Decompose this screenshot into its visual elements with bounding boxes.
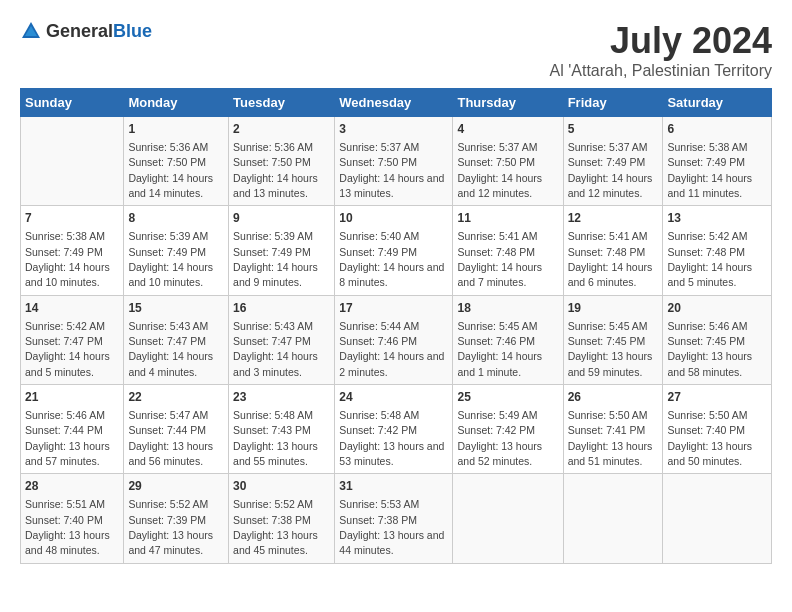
cell-info: Sunrise: 5:36 AMSunset: 7:50 PMDaylight:… [233, 141, 318, 199]
calendar-cell [21, 117, 124, 206]
cell-info: Sunrise: 5:36 AMSunset: 7:50 PMDaylight:… [128, 141, 213, 199]
date-number: 31 [339, 478, 448, 495]
date-number: 19 [568, 300, 659, 317]
logo: GeneralBlue [20, 20, 152, 42]
title-area: July 2024 Al 'Attarah, Palestinian Terri… [550, 20, 772, 80]
calendar-cell: 5Sunrise: 5:37 AMSunset: 7:49 PMDaylight… [563, 117, 663, 206]
cell-info: Sunrise: 5:46 AMSunset: 7:44 PMDaylight:… [25, 409, 110, 467]
logo-blue: Blue [113, 21, 152, 41]
calendar-cell: 9Sunrise: 5:39 AMSunset: 7:49 PMDaylight… [229, 206, 335, 295]
calendar-cell [563, 474, 663, 563]
cell-info: Sunrise: 5:42 AMSunset: 7:48 PMDaylight:… [667, 230, 752, 288]
header-day: Wednesday [335, 89, 453, 117]
calendar-cell: 29Sunrise: 5:52 AMSunset: 7:39 PMDayligh… [124, 474, 229, 563]
cell-info: Sunrise: 5:46 AMSunset: 7:45 PMDaylight:… [667, 320, 752, 378]
cell-info: Sunrise: 5:41 AMSunset: 7:48 PMDaylight:… [457, 230, 542, 288]
date-number: 25 [457, 389, 558, 406]
date-number: 1 [128, 121, 224, 138]
calendar-cell: 6Sunrise: 5:38 AMSunset: 7:49 PMDaylight… [663, 117, 772, 206]
cell-info: Sunrise: 5:51 AMSunset: 7:40 PMDaylight:… [25, 498, 110, 556]
date-number: 29 [128, 478, 224, 495]
calendar-cell: 2Sunrise: 5:36 AMSunset: 7:50 PMDaylight… [229, 117, 335, 206]
cell-info: Sunrise: 5:41 AMSunset: 7:48 PMDaylight:… [568, 230, 653, 288]
date-number: 22 [128, 389, 224, 406]
header-day: Saturday [663, 89, 772, 117]
calendar-cell: 3Sunrise: 5:37 AMSunset: 7:50 PMDaylight… [335, 117, 453, 206]
date-number: 12 [568, 210, 659, 227]
calendar-cell: 14Sunrise: 5:42 AMSunset: 7:47 PMDayligh… [21, 295, 124, 384]
calendar-cell: 1Sunrise: 5:36 AMSunset: 7:50 PMDaylight… [124, 117, 229, 206]
header-day: Monday [124, 89, 229, 117]
calendar-week-row: 7Sunrise: 5:38 AMSunset: 7:49 PMDaylight… [21, 206, 772, 295]
cell-info: Sunrise: 5:50 AMSunset: 7:40 PMDaylight:… [667, 409, 752, 467]
date-number: 7 [25, 210, 119, 227]
calendar-table: SundayMondayTuesdayWednesdayThursdayFrid… [20, 88, 772, 564]
cell-info: Sunrise: 5:37 AMSunset: 7:50 PMDaylight:… [457, 141, 542, 199]
date-number: 6 [667, 121, 767, 138]
calendar-cell: 18Sunrise: 5:45 AMSunset: 7:46 PMDayligh… [453, 295, 563, 384]
calendar-week-row: 1Sunrise: 5:36 AMSunset: 7:50 PMDaylight… [21, 117, 772, 206]
logo-general: General [46, 21, 113, 41]
date-number: 23 [233, 389, 330, 406]
cell-info: Sunrise: 5:52 AMSunset: 7:39 PMDaylight:… [128, 498, 213, 556]
calendar-cell: 20Sunrise: 5:46 AMSunset: 7:45 PMDayligh… [663, 295, 772, 384]
date-number: 11 [457, 210, 558, 227]
general-blue-icon [20, 20, 42, 42]
date-number: 27 [667, 389, 767, 406]
date-number: 16 [233, 300, 330, 317]
date-number: 14 [25, 300, 119, 317]
cell-info: Sunrise: 5:47 AMSunset: 7:44 PMDaylight:… [128, 409, 213, 467]
date-number: 3 [339, 121, 448, 138]
header-row: SundayMondayTuesdayWednesdayThursdayFrid… [21, 89, 772, 117]
calendar-week-row: 28Sunrise: 5:51 AMSunset: 7:40 PMDayligh… [21, 474, 772, 563]
date-number: 5 [568, 121, 659, 138]
header-day: Thursday [453, 89, 563, 117]
calendar-cell [453, 474, 563, 563]
calendar-cell: 31Sunrise: 5:53 AMSunset: 7:38 PMDayligh… [335, 474, 453, 563]
date-number: 28 [25, 478, 119, 495]
header-day: Sunday [21, 89, 124, 117]
cell-info: Sunrise: 5:39 AMSunset: 7:49 PMDaylight:… [233, 230, 318, 288]
cell-info: Sunrise: 5:38 AMSunset: 7:49 PMDaylight:… [25, 230, 110, 288]
calendar-cell: 22Sunrise: 5:47 AMSunset: 7:44 PMDayligh… [124, 385, 229, 474]
calendar-cell: 26Sunrise: 5:50 AMSunset: 7:41 PMDayligh… [563, 385, 663, 474]
calendar-cell: 27Sunrise: 5:50 AMSunset: 7:40 PMDayligh… [663, 385, 772, 474]
date-number: 18 [457, 300, 558, 317]
date-number: 21 [25, 389, 119, 406]
header-day: Tuesday [229, 89, 335, 117]
date-number: 30 [233, 478, 330, 495]
date-number: 2 [233, 121, 330, 138]
calendar-cell: 10Sunrise: 5:40 AMSunset: 7:49 PMDayligh… [335, 206, 453, 295]
calendar-cell: 13Sunrise: 5:42 AMSunset: 7:48 PMDayligh… [663, 206, 772, 295]
calendar-cell: 16Sunrise: 5:43 AMSunset: 7:47 PMDayligh… [229, 295, 335, 384]
cell-info: Sunrise: 5:52 AMSunset: 7:38 PMDaylight:… [233, 498, 318, 556]
date-number: 13 [667, 210, 767, 227]
calendar-cell [663, 474, 772, 563]
cell-info: Sunrise: 5:38 AMSunset: 7:49 PMDaylight:… [667, 141, 752, 199]
calendar-cell: 12Sunrise: 5:41 AMSunset: 7:48 PMDayligh… [563, 206, 663, 295]
cell-info: Sunrise: 5:44 AMSunset: 7:46 PMDaylight:… [339, 320, 444, 378]
calendar-cell: 23Sunrise: 5:48 AMSunset: 7:43 PMDayligh… [229, 385, 335, 474]
calendar-cell: 15Sunrise: 5:43 AMSunset: 7:47 PMDayligh… [124, 295, 229, 384]
calendar-cell: 28Sunrise: 5:51 AMSunset: 7:40 PMDayligh… [21, 474, 124, 563]
cell-info: Sunrise: 5:45 AMSunset: 7:45 PMDaylight:… [568, 320, 653, 378]
logo-text: GeneralBlue [46, 21, 152, 42]
header: GeneralBlue July 2024 Al 'Attarah, Pales… [20, 20, 772, 80]
date-number: 9 [233, 210, 330, 227]
header-day: Friday [563, 89, 663, 117]
calendar-cell: 21Sunrise: 5:46 AMSunset: 7:44 PMDayligh… [21, 385, 124, 474]
date-number: 24 [339, 389, 448, 406]
calendar-cell: 4Sunrise: 5:37 AMSunset: 7:50 PMDaylight… [453, 117, 563, 206]
cell-info: Sunrise: 5:37 AMSunset: 7:49 PMDaylight:… [568, 141, 653, 199]
logo-content: GeneralBlue [20, 20, 152, 42]
cell-info: Sunrise: 5:37 AMSunset: 7:50 PMDaylight:… [339, 141, 444, 199]
date-number: 26 [568, 389, 659, 406]
calendar-cell: 30Sunrise: 5:52 AMSunset: 7:38 PMDayligh… [229, 474, 335, 563]
calendar-week-row: 21Sunrise: 5:46 AMSunset: 7:44 PMDayligh… [21, 385, 772, 474]
cell-info: Sunrise: 5:50 AMSunset: 7:41 PMDaylight:… [568, 409, 653, 467]
date-number: 17 [339, 300, 448, 317]
cell-info: Sunrise: 5:45 AMSunset: 7:46 PMDaylight:… [457, 320, 542, 378]
cell-info: Sunrise: 5:42 AMSunset: 7:47 PMDaylight:… [25, 320, 110, 378]
cell-info: Sunrise: 5:49 AMSunset: 7:42 PMDaylight:… [457, 409, 542, 467]
date-number: 4 [457, 121, 558, 138]
